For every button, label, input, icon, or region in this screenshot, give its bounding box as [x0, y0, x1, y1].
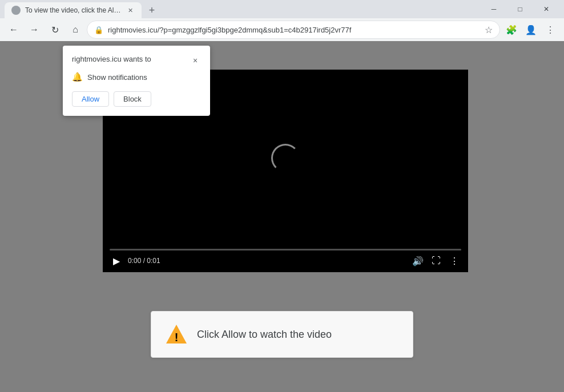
- popup-title: rightmovies.icu wants to: [72, 55, 151, 63]
- notification-popup: rightmovies.icu wants to × 🔔 Show notifi…: [63, 46, 210, 116]
- popup-buttons: Allow Block: [72, 91, 201, 107]
- controls-left: ▶ 0:00 / 0:01: [110, 254, 160, 268]
- loading-spinner: [271, 144, 300, 172]
- allow-button[interactable]: Allow: [72, 91, 109, 107]
- home-button[interactable]: ⌂: [66, 21, 84, 39]
- block-button[interactable]: Block: [114, 91, 151, 107]
- time-display: 0:00 / 0:01: [128, 257, 160, 265]
- progress-bar[interactable]: [110, 249, 461, 250]
- new-tab-button[interactable]: +: [144, 2, 160, 18]
- maximize-button[interactable]: □: [507, 0, 533, 18]
- browser-window: To view the video, click the Allow... ✕ …: [0, 0, 564, 392]
- fullscreen-button[interactable]: ⛶: [429, 254, 443, 268]
- popup-header: rightmovies.icu wants to ×: [72, 55, 201, 66]
- tab-close-button[interactable]: ✕: [126, 6, 135, 15]
- minimize-button[interactable]: ─: [481, 0, 507, 18]
- bell-icon: 🔔: [72, 72, 83, 82]
- warning-banner: ! Click Allow to watch the video: [151, 311, 413, 358]
- tab-title: To view the video, click the Allow...: [25, 6, 121, 14]
- url-display: rightmovies.icu/?p=gmzggzlfgi5gi3bpge2dm…: [108, 26, 480, 34]
- nav-icons: 🧩 👤 ⋮: [502, 21, 559, 39]
- more-options-button[interactable]: ⋮: [448, 254, 461, 268]
- warning-text: Click Allow to watch the video: [197, 329, 332, 341]
- svg-text:!: !: [175, 331, 179, 343]
- controls-row: ▶ 0:00 / 0:01 🔊 ⛶ ⋮: [110, 254, 461, 268]
- play-button[interactable]: ▶: [110, 254, 123, 268]
- popup-close-button[interactable]: ×: [190, 55, 201, 66]
- profile-button[interactable]: 👤: [522, 21, 540, 39]
- navigation-bar: ← → ↻ ⌂ 🔒 rightmovies.icu/?p=gmzggzlfgi5…: [0, 18, 564, 41]
- lock-icon: 🔒: [94, 26, 103, 34]
- volume-button[interactable]: 🔊: [411, 254, 425, 268]
- refresh-button[interactable]: ↻: [46, 21, 64, 39]
- controls-right: 🔊 ⛶ ⋮: [411, 254, 461, 268]
- permission-label: Show notifications: [87, 73, 147, 82]
- page-content: rightmovies.icu wants to × 🔔 Show notifi…: [0, 41, 564, 392]
- menu-button[interactable]: ⋮: [541, 21, 559, 39]
- window-controls: ─ □ ✕: [481, 0, 559, 18]
- tab-bar: To view the video, click the Allow... ✕ …: [5, 0, 481, 18]
- back-button[interactable]: ←: [5, 21, 23, 39]
- extensions-button[interactable]: 🧩: [502, 21, 521, 39]
- warning-icon: !: [165, 323, 188, 346]
- close-button[interactable]: ✕: [533, 0, 559, 18]
- address-bar[interactable]: 🔒 rightmovies.icu/?p=gmzggzlfgi5gi3bpge2…: [87, 21, 500, 39]
- forward-button[interactable]: →: [25, 21, 43, 39]
- video-controls: ▶ 0:00 / 0:01 🔊 ⛶ ⋮: [103, 246, 468, 272]
- tab-favicon: [11, 6, 21, 15]
- bookmark-icon[interactable]: ☆: [485, 25, 493, 35]
- active-tab[interactable]: To view the video, click the Allow... ✕: [5, 2, 142, 18]
- title-bar: To view the video, click the Allow... ✕ …: [0, 0, 564, 18]
- popup-permission-row: 🔔 Show notifications: [72, 72, 201, 82]
- warning-triangle-svg: !: [165, 323, 188, 346]
